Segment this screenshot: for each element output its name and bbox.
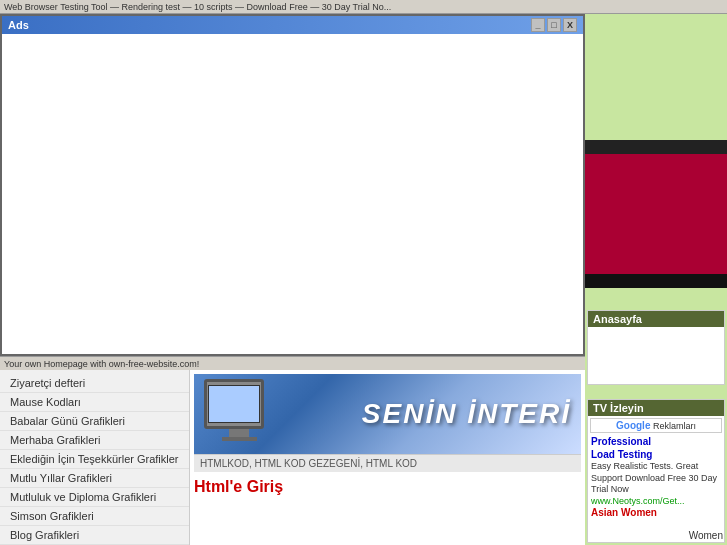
banner-monitor: [204, 379, 274, 444]
banner-subtitle: HTMLKOD, HTML KOD GEZEGENİ, HTML KOD: [194, 454, 581, 472]
monitor-stand: [229, 429, 249, 437]
ad-text-body: Easy Realistic Tests. Great Support Down…: [588, 461, 724, 496]
page-title: Html'e Giriş: [194, 476, 581, 498]
tv-section: TV İzleyin Google Reklamları Professiona…: [587, 399, 725, 543]
banner-text: SENİN İNTERİ: [362, 398, 581, 430]
ad-link-asian-women[interactable]: Asian Women: [588, 506, 724, 519]
sidebar-item[interactable]: Babalar Günü Grafikleri: [0, 412, 189, 431]
right-black-bar1: [585, 140, 727, 154]
bottom-women-text: Women: [689, 530, 723, 541]
right-green-mid: [585, 288, 727, 308]
sidebar-item[interactable]: Eklediğin İçin Teşekkürler Grafikler: [0, 450, 189, 469]
ads-window: Ads _ □ X: [0, 14, 585, 356]
monitor-body: [204, 379, 264, 429]
minimize-button[interactable]: _: [531, 18, 545, 32]
banner-image: SENİN İNTERİ: [194, 374, 581, 454]
left-sidebar: Ziyaretçi defteriMause KodlarıBabalar Gü…: [0, 370, 190, 545]
sidebar-item[interactable]: Mause Kodları: [0, 393, 189, 412]
right-black-bar2: [585, 274, 727, 288]
ads-content: [2, 34, 583, 354]
maximize-button[interactable]: □: [547, 18, 561, 32]
google-icon: Google: [616, 420, 650, 431]
ad-link-load-testing[interactable]: Load Testing: [588, 448, 724, 461]
anasayfa-content: [591, 331, 721, 381]
sidebar-item[interactable]: Simson Grafikleri: [0, 507, 189, 526]
sidebar-item[interactable]: Merhaba Grafikleri: [0, 431, 189, 450]
main-content: Ziyaretçi defteriMause KodlarıBabalar Gü…: [0, 370, 585, 545]
monitor-base: [222, 437, 257, 441]
status-bar: Your own Homepage with own-free-website.…: [0, 356, 585, 370]
right-panel: Anasayfa TV İzleyin Google Reklamları Pr…: [585, 0, 727, 545]
ad-link-professional[interactable]: Professional: [588, 435, 724, 448]
tv-title: TV İzleyin: [588, 400, 724, 416]
browser-top-text: Web Browser Testing Tool — Rendering tes…: [4, 2, 391, 12]
browser-toolbar: Web Browser Testing Tool — Rendering tes…: [0, 0, 727, 14]
monitor-screen: [208, 385, 260, 423]
sidebar-item[interactable]: Blog Grafikleri: [0, 526, 189, 545]
ads-titlebar-buttons: _ □ X: [531, 18, 577, 32]
right-green-top: [585, 0, 727, 140]
sidebar-item[interactable]: Ziyaretçi defteri: [0, 374, 189, 393]
anasayfa-box: Anasayfa: [587, 310, 725, 385]
ads-titlebar: Ads _ □ X: [2, 16, 583, 34]
google-ads-label: Google Reklamları: [590, 418, 722, 433]
close-button[interactable]: X: [563, 18, 577, 32]
sidebar-item[interactable]: Mutluluk ve Diploma Grafikleri: [0, 488, 189, 507]
status-text: Your own Homepage with own-free-website.…: [4, 359, 199, 369]
ad-url-link[interactable]: www.Neotys.com/Get...: [588, 496, 724, 506]
right-green-spacer: [585, 387, 727, 397]
anasayfa-title: Anasayfa: [588, 311, 724, 327]
center-content: SENİN İNTERİ HTMLKOD, HTML KOD GEZEGENİ,…: [190, 370, 585, 545]
right-red-block: [585, 154, 727, 274]
ads-title: Ads: [8, 19, 29, 31]
sidebar-item[interactable]: Mutlu Yıllar Grafikleri: [0, 469, 189, 488]
